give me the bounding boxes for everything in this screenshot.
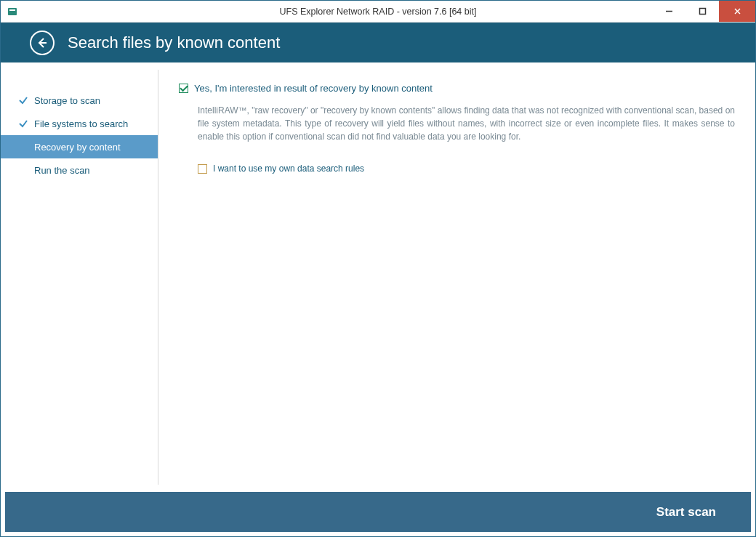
window-title: UFS Explorer Network RAID - version 7.6 …: [1, 7, 755, 17]
svg-rect-0: [8, 8, 17, 15]
titlebar: UFS Explorer Network RAID - version 7.6 …: [1, 1, 755, 23]
window-controls: [652, 1, 755, 22]
close-button[interactable]: [719, 1, 755, 22]
footer-bar: Start scan: [5, 492, 751, 532]
checkbox-icon: [198, 164, 207, 174]
step-label: Recovery by content: [34, 142, 121, 153]
wizard-sidebar: Storage to scan File systems to search R…: [1, 70, 158, 485]
checkbox-label: Yes, I'm interested in result of recover…: [194, 83, 433, 94]
content-panel: Yes, I'm interested in result of recover…: [158, 62, 755, 492]
back-button[interactable]: [30, 31, 55, 55]
checkmark-icon: [18, 95, 28, 105]
step-label: File systems to search: [34, 118, 128, 129]
checkbox-label: I want to use my own data search rules: [213, 163, 364, 174]
app-icon: [7, 6, 18, 17]
step-storage-to-scan[interactable]: Storage to scan: [1, 89, 158, 112]
minimize-button[interactable]: [652, 1, 685, 22]
step-file-systems[interactable]: File systems to search: [1, 112, 158, 135]
checkbox-icon: [179, 84, 188, 93]
main-area: Storage to scan File systems to search R…: [1, 62, 755, 492]
svg-rect-1: [9, 9, 15, 11]
maximize-button[interactable]: [685, 1, 719, 22]
step-label: Run the scan: [34, 165, 90, 176]
own-rules-checkbox[interactable]: I want to use my own data search rules: [198, 163, 735, 174]
step-recovery-by-content[interactable]: Recovery by content: [1, 135, 158, 158]
start-scan-button[interactable]: Start scan: [656, 505, 716, 520]
recovery-description: IntelliRAW™, "raw recovery" or "recovery…: [198, 104, 735, 143]
page-title: Search files by known content: [68, 33, 280, 52]
checkmark-icon: [18, 118, 28, 129]
enable-recovery-checkbox[interactable]: Yes, I'm interested in result of recover…: [179, 83, 735, 94]
header-band: Search files by known content: [1, 23, 755, 62]
step-run-scan[interactable]: Run the scan: [1, 158, 158, 182]
arrow-left-icon: [36, 36, 49, 49]
svg-rect-3: [699, 9, 705, 15]
step-label: Storage to scan: [34, 95, 100, 106]
